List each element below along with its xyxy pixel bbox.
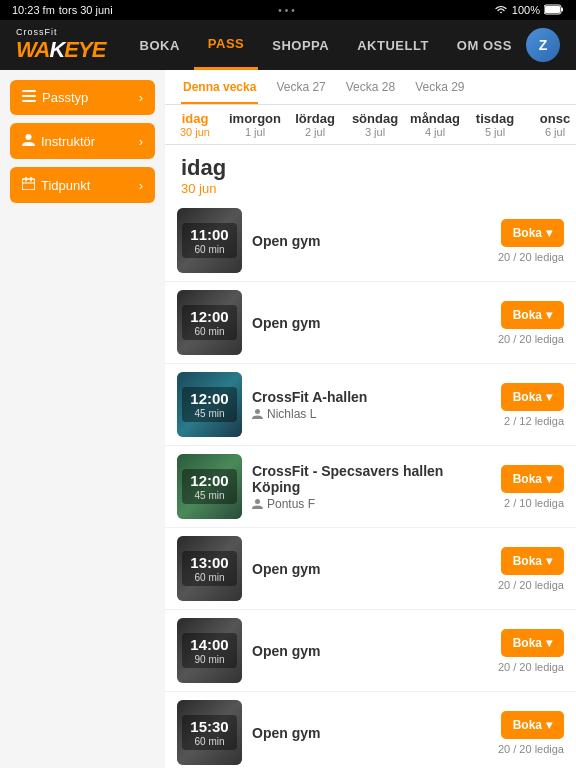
day-name-imorgon: imorgon xyxy=(229,111,281,126)
class-info: Open gym xyxy=(252,315,488,331)
class-thumbnail: 11:00 60 min xyxy=(177,208,242,273)
svg-rect-7 xyxy=(22,179,35,190)
day-tab-lordag[interactable]: lördag 2 jul xyxy=(285,105,345,144)
class-time: 14:00 xyxy=(190,636,228,654)
day-tab-sondag[interactable]: söndag 3 jul xyxy=(345,105,405,144)
day-num-tisdag: 5 jul xyxy=(485,126,505,138)
tidpunkt-chevron: › xyxy=(139,178,143,193)
battery-icon xyxy=(544,4,564,17)
week-tab-29[interactable]: Vecka 29 xyxy=(413,76,466,104)
class-info: Open gym xyxy=(252,561,488,577)
chevron-down-icon: ▾ xyxy=(546,308,552,322)
day-tab-mandag[interactable]: måndag 4 jul xyxy=(405,105,465,144)
filter-passtyp[interactable]: Passtyp › xyxy=(10,80,155,115)
book-button-area: Boka ▾ 20 / 20 lediga xyxy=(498,547,564,591)
book-button[interactable]: Boka ▾ xyxy=(501,711,564,739)
book-button-area: Boka ▾ 20 / 20 lediga xyxy=(498,629,564,673)
class-time: 12:00 xyxy=(190,308,228,326)
instruktor-chevron: › xyxy=(139,134,143,149)
svg-point-6 xyxy=(26,134,32,140)
chevron-down-icon: ▾ xyxy=(546,554,552,568)
class-item: 12:00 60 min Open gym Boka ▾ 20 / 20 led… xyxy=(165,282,576,364)
class-info: Open gym xyxy=(252,725,488,741)
class-info: Open gym xyxy=(252,643,488,659)
main-nav: BOKA PASS SHOPPA AKTUELLT OM OSS xyxy=(125,20,526,70)
class-thumbnail: 12:00 45 min xyxy=(177,454,242,519)
section-title: idag xyxy=(181,155,560,181)
nav-shoppa[interactable]: SHOPPA xyxy=(258,20,343,70)
class-info: CrossFit A-hallen Nichlas L xyxy=(252,389,491,421)
class-thumbnail: 14:00 90 min xyxy=(177,618,242,683)
class-item: 15:30 60 min Open gym Boka ▾ 20 / 20 led… xyxy=(165,692,576,768)
nav-boka[interactable]: BOKA xyxy=(126,20,194,70)
book-button[interactable]: Boka ▾ xyxy=(501,301,564,329)
chevron-down-icon: ▾ xyxy=(546,472,552,486)
status-bar: 10:23 fm tors 30 juni ••• 100% xyxy=(0,0,576,20)
book-button[interactable]: Boka ▾ xyxy=(501,465,564,493)
class-name: Open gym xyxy=(252,643,488,659)
book-button[interactable]: Boka ▾ xyxy=(501,547,564,575)
svg-rect-2 xyxy=(561,7,563,11)
day-num-idag: 30 jun xyxy=(180,126,210,138)
day-tab-imorgon[interactable]: imorgon 1 jul xyxy=(225,105,285,144)
class-info: CrossFit - Specsavers hallen Köping Pont… xyxy=(252,463,491,511)
class-item: 12:00 45 min CrossFit A-hallen Nichlas L… xyxy=(165,364,576,446)
svg-rect-1 xyxy=(545,6,560,13)
day-name-tisdag: tisdag xyxy=(476,111,514,126)
class-name: Open gym xyxy=(252,725,488,741)
instruktor-label: Instruktör xyxy=(41,134,95,149)
nav-aktuellt[interactable]: AKTUELLT xyxy=(343,20,443,70)
class-duration: 60 min xyxy=(194,326,224,337)
book-button[interactable]: Boka ▾ xyxy=(501,629,564,657)
spots-label: 20 / 20 lediga xyxy=(498,251,564,263)
section-header: idag 30 jun xyxy=(165,145,576,200)
status-dots: ••• xyxy=(278,5,298,16)
filter-tidpunkt[interactable]: Tidpunkt › xyxy=(10,167,155,203)
class-name: CrossFit A-hallen xyxy=(252,389,491,405)
class-duration: 90 min xyxy=(194,654,224,665)
class-info: Open gym xyxy=(252,233,488,249)
filter-instruktor[interactable]: Instruktör › xyxy=(10,123,155,159)
class-thumbnail: 15:30 60 min xyxy=(177,700,242,765)
week-tabs: Denna vecka Vecka 27 Vecka 28 Vecka 29 xyxy=(165,70,576,105)
day-tab-tisdag[interactable]: tisdag 5 jul xyxy=(465,105,525,144)
spots-label: 2 / 10 lediga xyxy=(504,497,564,509)
week-tab-28[interactable]: Vecka 28 xyxy=(344,76,397,104)
week-tab-denna[interactable]: Denna vecka xyxy=(181,76,258,104)
passtyp-chevron: › xyxy=(139,90,143,105)
content-area: Passtyp › Instruktör › Tidpunkt › Denna … xyxy=(0,70,576,768)
book-button[interactable]: Boka ▾ xyxy=(501,219,564,247)
class-name: Open gym xyxy=(252,561,488,577)
main-content: Denna vecka Vecka 27 Vecka 28 Vecka 29 i… xyxy=(165,70,576,768)
svg-rect-4 xyxy=(22,95,36,97)
battery-label: 100% xyxy=(512,4,540,16)
book-button-area: Boka ▾ 20 / 20 lediga xyxy=(498,301,564,345)
spots-label: 20 / 20 lediga xyxy=(498,743,564,755)
class-item: 14:00 90 min Open gym Boka ▾ 20 / 20 led… xyxy=(165,610,576,692)
chevron-down-icon: ▾ xyxy=(546,226,552,240)
sidebar: Passtyp › Instruktör › Tidpunkt › xyxy=(0,70,165,768)
class-duration: 60 min xyxy=(194,572,224,583)
day-tab-onsdag[interactable]: onsc 6 jul xyxy=(525,105,576,144)
svg-rect-5 xyxy=(22,100,36,102)
nav-pass[interactable]: PASS xyxy=(194,20,258,70)
class-item: 11:00 60 min Open gym Boka ▾ 20 / 20 led… xyxy=(165,200,576,282)
day-name-onsdag: onsc xyxy=(540,111,570,126)
book-button[interactable]: Boka ▾ xyxy=(501,383,564,411)
class-thumbnail: 12:00 45 min xyxy=(177,372,242,437)
svg-point-12 xyxy=(255,499,260,504)
user-avatar[interactable]: Z xyxy=(526,28,560,62)
class-time: 12:00 xyxy=(190,472,228,490)
logo-crossfit-text: CrossFit xyxy=(16,27,105,37)
day-name-mandag: måndag xyxy=(410,111,460,126)
class-time: 15:30 xyxy=(190,718,228,736)
class-item: 13:00 60 min Open gym Boka ▾ 20 / 20 led… xyxy=(165,528,576,610)
day-num-sondag: 3 jul xyxy=(365,126,385,138)
day-name-idag: idag xyxy=(182,111,209,126)
logo-wakeye-text: WAKEYE xyxy=(16,37,105,63)
spots-label: 20 / 20 lediga xyxy=(498,579,564,591)
day-name-lordag: lördag xyxy=(295,111,335,126)
day-tab-idag[interactable]: idag 30 jun xyxy=(165,105,225,144)
nav-om-oss[interactable]: OM OSS xyxy=(443,20,526,70)
week-tab-27[interactable]: Vecka 27 xyxy=(274,76,327,104)
